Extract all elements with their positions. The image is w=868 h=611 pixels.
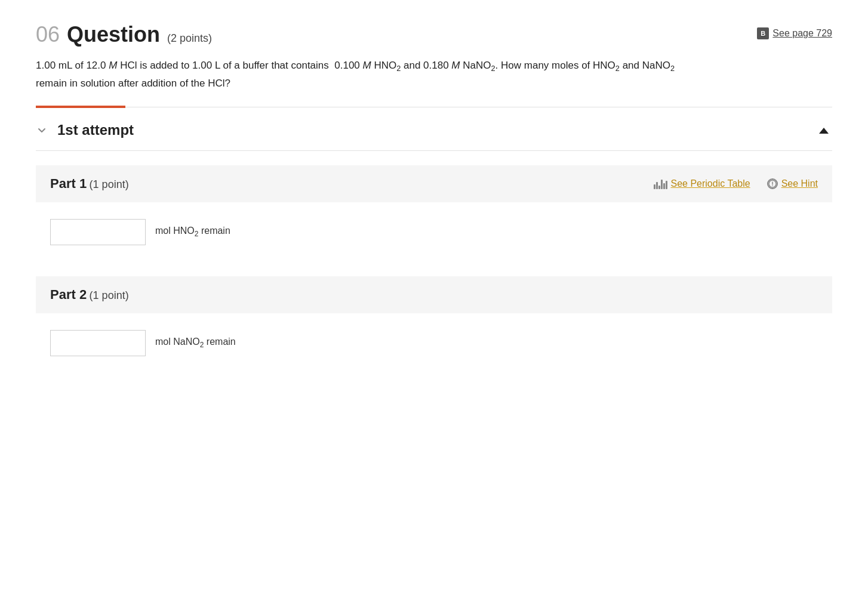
bar6: [666, 181, 667, 189]
question-title: Question: [67, 24, 160, 45]
attempt-header: 1st attempt: [36, 107, 832, 151]
part1-input[interactable]: [50, 219, 146, 245]
see-page-label: See page 729: [772, 28, 832, 39]
part1-header: Part 1 (1 point): [36, 165, 832, 202]
part1-tools: See Periodic Table See Hint: [654, 178, 818, 189]
part1-title-group: Part 1 (1 point): [50, 176, 129, 192]
question-header: 06 Question (2 points) B See page 729: [36, 24, 832, 45]
book-icon: B: [757, 27, 769, 39]
see-hint-link[interactable]: See Hint: [767, 178, 818, 189]
part2-header: Part 2 (1 point): [36, 276, 832, 313]
attempt-header-left: 1st attempt: [36, 122, 134, 138]
part1-answer-label: mol HNO2 remain: [155, 226, 230, 238]
part2-points: (1 point): [90, 289, 129, 301]
part1-answer-row: mol HNO2 remain: [50, 219, 818, 245]
bar1: [654, 184, 655, 189]
bar2: [656, 182, 658, 189]
bar5: [663, 183, 665, 189]
see-periodic-table-label: See Periodic Table: [671, 178, 750, 189]
part2-section: Part 2 (1 point) mol NaNO2 remain: [36, 276, 832, 373]
part2-title: Part 2: [50, 287, 87, 302]
bar4: [661, 180, 663, 189]
question-title-group: 06 Question (2 points): [36, 24, 212, 45]
part1-title: Part 1: [50, 176, 87, 191]
part1-points: (1 point): [90, 178, 129, 190]
chevron-down-icon[interactable]: [36, 124, 48, 136]
part1-answer-area: mol HNO2 remain: [36, 202, 832, 262]
svg-point-1: [772, 185, 773, 186]
part1-section: Part 1 (1 point): [36, 165, 832, 262]
lightbulb-icon: [767, 178, 778, 189]
collapse-icon[interactable]: [815, 122, 832, 138]
attempt-title: 1st attempt: [57, 122, 134, 138]
see-page-link[interactable]: B See page 729: [757, 27, 832, 39]
part2-answer-area: mol NaNO2 remain: [36, 313, 832, 373]
question-body: 1.00 mL of 12.0 M HCl is added to 1.00 L…: [36, 57, 692, 92]
see-hint-label: See Hint: [781, 178, 818, 189]
question-points: (2 points): [167, 32, 212, 45]
periodic-table-icon: [654, 178, 667, 189]
question-number: 06: [36, 24, 60, 45]
attempt-section: 1st attempt Part 1 (1 point): [36, 107, 832, 373]
part2-answer-label: mol NaNO2 remain: [155, 337, 236, 349]
part2-input[interactable]: [50, 330, 146, 356]
bar3: [658, 186, 660, 189]
divider-accent: [36, 106, 125, 108]
part2-title-group: Part 2 (1 point): [50, 287, 129, 303]
section-divider: [36, 107, 832, 107]
parts-container: Part 1 (1 point): [36, 165, 832, 373]
part2-answer-row: mol NaNO2 remain: [50, 330, 818, 356]
see-periodic-table-link[interactable]: See Periodic Table: [654, 178, 750, 189]
